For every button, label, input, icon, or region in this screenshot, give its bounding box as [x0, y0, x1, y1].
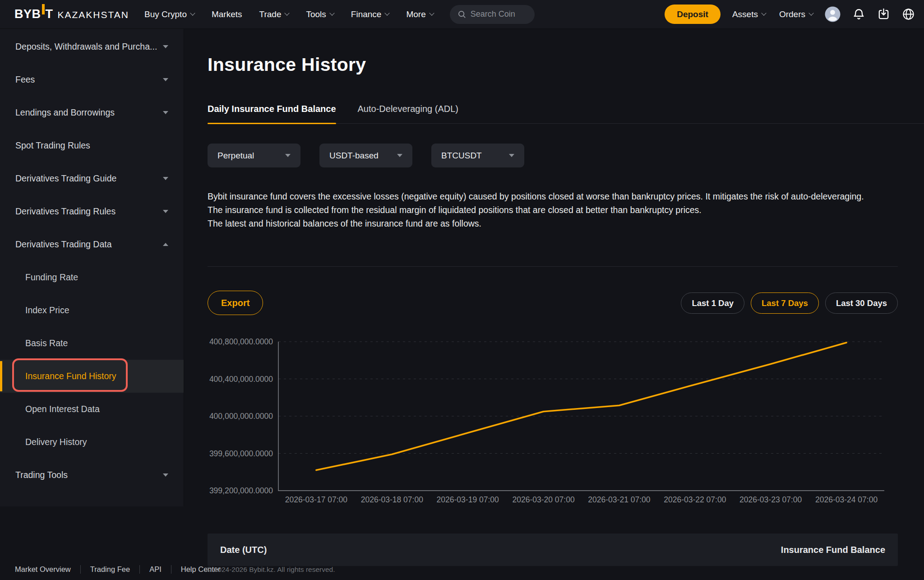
range-button-last-30-days[interactable]: Last 30 Days: [825, 292, 898, 314]
sidebar-item-label: Funding Rate: [25, 272, 78, 283]
description-line: The insurance fund is collected from the…: [208, 203, 899, 217]
sidebar-item-label: Insurance Fund History: [25, 371, 116, 381]
selected-value: BTCUSDT: [441, 151, 482, 161]
main-content: Insurance History Daily Insurance Fund B…: [184, 29, 924, 580]
section-divider: [208, 266, 898, 267]
sidebar-item-basis-rate[interactable]: Basis Rate: [0, 327, 184, 360]
nav-item-buy-crypto[interactable]: Buy Crypto: [144, 9, 194, 19]
x-axis-tick-label: 2026-03-21 07:00: [588, 495, 650, 504]
tab-daily-insurance-fund-balance[interactable]: Daily Insurance Fund Balance: [208, 104, 336, 123]
help-center-sidebar: Deposits, Withdrawals and Purcha...FeesL…: [0, 29, 184, 506]
sidebar-item-label: Spot Trading Rules: [15, 140, 90, 151]
notifications-bell-icon[interactable]: [852, 8, 865, 21]
chevron-down-icon: [329, 10, 334, 15]
y-axis-tick-label: 399,600,000.0000: [209, 449, 273, 458]
filter-select-usdt-based[interactable]: USDT-based: [319, 144, 412, 167]
footer-link-trading-fee[interactable]: Trading Fee: [90, 565, 130, 574]
x-axis-tick-label: 2026-03-18 07:00: [361, 495, 423, 504]
x-axis-tick-label: 2026-03-24 07:00: [815, 495, 878, 504]
insurance-fund-line-chart[interactable]: 400,800,000.0000400,400,000.0000400,000,…: [199, 329, 902, 510]
filter-select-perpetual[interactable]: Perpetual: [208, 144, 300, 167]
sidebar-item-funding-rate[interactable]: Funding Rate: [0, 261, 184, 294]
sidebar-item-label: Fees: [15, 74, 35, 85]
sidebar-item-label: Derivatives Trading Data: [15, 239, 112, 250]
selected-value: USDT-based: [329, 151, 379, 161]
selected-value: Perpetual: [217, 151, 254, 161]
nav-item-orders[interactable]: Orders: [779, 9, 813, 19]
chevron-down-icon: [761, 10, 766, 15]
language-globe-icon[interactable]: [902, 8, 915, 21]
sidebar-item-label: Basis Rate: [25, 338, 68, 348]
filter-select-btcusdt[interactable]: BTCUSDT: [431, 144, 524, 167]
nav-item-markets[interactable]: Markets: [212, 9, 242, 19]
nav-item-label: Markets: [212, 9, 242, 19]
sidebar-item-label: Lendings and Borrowings: [15, 107, 115, 118]
sidebar-item-label: Trading Tools: [15, 470, 68, 480]
user-avatar-icon[interactable]: [825, 6, 841, 22]
nav-item-tools[interactable]: Tools: [306, 9, 333, 19]
nav-item-label: Buy Crypto: [144, 9, 187, 19]
nav-item-more[interactable]: More: [406, 9, 433, 19]
sidebar-item-index-price[interactable]: Index Price: [0, 294, 184, 327]
y-axis-tick-label: 400,000,000.0000: [209, 412, 273, 421]
nav-item-assets[interactable]: Assets: [732, 9, 766, 19]
chevron-down-icon: [429, 10, 434, 15]
chevron-down-icon: [163, 78, 168, 81]
logo-text-t: T: [46, 7, 53, 21]
chevron-down-icon: [190, 10, 195, 15]
sidebar-item-label: Open Interest Data: [25, 404, 100, 414]
description-line: The latest and historical balances of th…: [208, 217, 899, 230]
primary-nav-menu: Buy CryptoMarketsTradeToolsFinanceMore: [144, 9, 434, 19]
footer-separator: [171, 565, 171, 574]
sidebar-item-label: Derivatives Trading Rules: [15, 206, 116, 217]
nav-item-label: Assets: [732, 9, 758, 19]
chevron-down-icon: [808, 10, 813, 15]
account-nav-menu: AssetsOrders: [732, 9, 813, 19]
search-icon: [457, 9, 467, 19]
footer-link-api[interactable]: API: [149, 565, 162, 574]
page-title: Insurance History: [208, 54, 366, 75]
y-axis-tick-label: 399,200,000.0000: [209, 486, 273, 495]
nav-item-label: Trade: [259, 9, 282, 19]
sidebar-item-derivatives-trading-guide[interactable]: Derivatives Trading Guide: [0, 162, 184, 195]
sidebar-item-fees[interactable]: Fees: [0, 63, 184, 96]
range-button-last-1-day[interactable]: Last 1 Day: [681, 292, 744, 314]
logo-orange-bar: [42, 4, 45, 14]
nav-item-label: Finance: [351, 9, 382, 19]
download-app-icon[interactable]: [877, 8, 890, 21]
sidebar-item-derivatives-trading-data[interactable]: Derivatives Trading Data: [0, 228, 184, 261]
nav-item-label: Tools: [306, 9, 326, 19]
sidebar-item-insurance-fund-history[interactable]: Insurance Fund History: [0, 360, 184, 393]
top-navigation-bar: BYBT KAZAKHSTAN Buy CryptoMarketsTradeTo…: [0, 0, 924, 29]
x-axis-tick-label: 2026-03-20 07:00: [512, 495, 574, 504]
tabs-bar: Daily Insurance Fund Balance Auto-Deleve…: [208, 104, 924, 124]
sidebar-item-lendings-and-borrowings[interactable]: Lendings and Borrowings: [0, 96, 184, 129]
insurance-fund-balance-line: [316, 343, 846, 470]
sidebar-item-spot-trading-rules[interactable]: Spot Trading Rules: [0, 129, 184, 162]
chevron-down-icon: [163, 45, 168, 48]
deposit-button[interactable]: Deposit: [665, 5, 721, 24]
chevron-down-icon: [285, 10, 290, 15]
sidebar-item-label: Delivery History: [25, 437, 87, 447]
nav-item-trade[interactable]: Trade: [259, 9, 289, 19]
chevron-down-icon: [397, 154, 402, 157]
tab-auto-deleveraging-adl[interactable]: Auto-Deleveraging (ADL): [358, 104, 458, 123]
search-box[interactable]: [450, 5, 535, 24]
nav-item-label: Orders: [779, 9, 805, 19]
sidebar-item-delivery-history[interactable]: Delivery History: [0, 426, 184, 459]
bybit-logo[interactable]: BYBT KAZAKHSTAN: [14, 7, 129, 21]
sidebar-item-open-interest-data[interactable]: Open Interest Data: [0, 393, 184, 426]
sidebar-item-label: Deposits, Withdrawals and Purcha...: [15, 42, 157, 52]
sidebar-item-derivatives-trading-rules[interactable]: Derivatives Trading Rules: [0, 195, 184, 228]
nav-item-finance[interactable]: Finance: [351, 9, 389, 19]
search-input[interactable]: [471, 9, 525, 19]
x-axis-tick-label: 2026-03-17 07:00: [285, 495, 347, 504]
footer-link-market-overview[interactable]: Market Overview: [15, 565, 71, 574]
column-header-balance: Insurance Fund Balance: [781, 545, 885, 555]
sidebar-item-trading-tools[interactable]: Trading Tools: [0, 459, 184, 492]
range-button-last-7-days[interactable]: Last 7 Days: [751, 292, 819, 314]
export-button[interactable]: Export: [208, 291, 263, 315]
active-tab-underline: [208, 123, 336, 125]
sidebar-item-deposits-withdrawals-and-purcha[interactable]: Deposits, Withdrawals and Purcha...: [0, 30, 184, 63]
x-axis-tick-label: 2026-03-22 07:00: [664, 495, 726, 504]
